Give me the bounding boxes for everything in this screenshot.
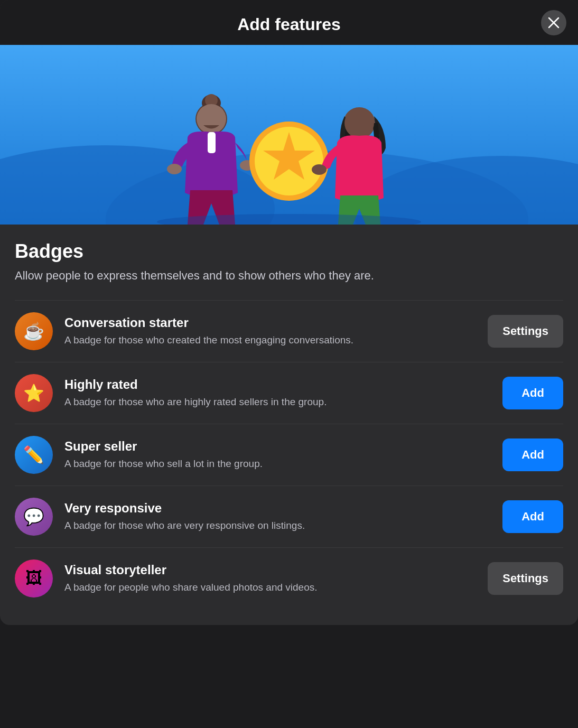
badge-highly-rated-icon: ⭐ (15, 374, 53, 412)
badge-highly-rated-action: Add (502, 377, 563, 409)
close-icon (548, 17, 560, 29)
badge-super-seller-action: Add (502, 438, 563, 471)
badge-visual-storyteller-description: A badge for people who share valued phot… (64, 581, 476, 595)
badge-highly-rated-add-button[interactable]: Add (502, 377, 563, 409)
modal-header: Add features (0, 0, 578, 45)
badge-highly-rated-name: Highly rated (64, 377, 491, 392)
badge-visual-storyteller-icon: 🖼 (15, 559, 53, 598)
badge-very-responsive-add-button[interactable]: Add (502, 500, 563, 533)
svg-point-16 (344, 108, 374, 138)
badge-conversation-starter-icon: ☕ (15, 312, 53, 350)
badge-conversation-starter-info: Conversation starter A badge for those w… (64, 315, 476, 348)
badge-visual-storyteller-info: Visual storyteller A badge for people wh… (64, 563, 476, 595)
badge-very-responsive-icon: 💬 (15, 498, 53, 536)
badge-visual-storyteller-action: Settings (488, 562, 563, 595)
badge-conversation-starter-description: A badge for those who created the most e… (64, 333, 476, 348)
section-description: Allow people to express themselves and t… (15, 268, 563, 284)
badge-very-responsive-name: Very responsive (64, 501, 491, 516)
badge-conversation-starter-action: Settings (488, 315, 563, 348)
badge-very-responsive-description: A badge for those who are very responsiv… (64, 519, 491, 533)
badge-highly-rated-description: A badge for those who are highly rated s… (64, 395, 491, 409)
svg-point-17 (312, 164, 327, 175)
svg-point-9 (167, 164, 182, 174)
badge-item-very-responsive: 💬 Very responsive A badge for those who … (15, 486, 563, 547)
content-area: Badges Allow people to express themselve… (0, 225, 578, 625)
badges-list: ☕ Conversation starter A badge for those… (15, 300, 563, 609)
add-features-modal: Add features (0, 0, 578, 625)
badge-visual-storyteller-name: Visual storyteller (64, 563, 476, 577)
badge-visual-storyteller-settings-button[interactable]: Settings (488, 562, 563, 595)
badge-super-seller-icon: ✏️ (15, 436, 53, 474)
badge-super-seller-description: A badge for those who sell a lot in the … (64, 457, 491, 471)
svg-point-7 (197, 104, 226, 134)
svg-rect-8 (208, 132, 216, 153)
modal-title: Add features (237, 15, 341, 34)
hero-illustration (0, 45, 578, 225)
section-title: Badges (15, 240, 563, 263)
badge-item-visual-storyteller: 🖼 Visual storyteller A badge for people … (15, 547, 563, 609)
badge-very-responsive-action: Add (502, 500, 563, 533)
badge-super-seller-info: Super seller A badge for those who sell … (64, 439, 491, 471)
close-button[interactable] (541, 10, 566, 35)
badge-item-super-seller: ✏️ Super seller A badge for those who se… (15, 424, 563, 486)
badge-conversation-starter-settings-button[interactable]: Settings (488, 315, 563, 348)
badge-very-responsive-info: Very responsive A badge for those who ar… (64, 501, 491, 533)
badge-item-conversation-starter: ☕ Conversation starter A badge for those… (15, 300, 563, 362)
badge-item-highly-rated: ⭐ Highly rated A badge for those who are… (15, 362, 563, 424)
badge-highly-rated-info: Highly rated A badge for those who are h… (64, 377, 491, 409)
badge-super-seller-name: Super seller (64, 439, 491, 454)
hero-svg (0, 45, 578, 225)
badge-super-seller-add-button[interactable]: Add (502, 438, 563, 471)
badge-conversation-starter-name: Conversation starter (64, 315, 476, 330)
